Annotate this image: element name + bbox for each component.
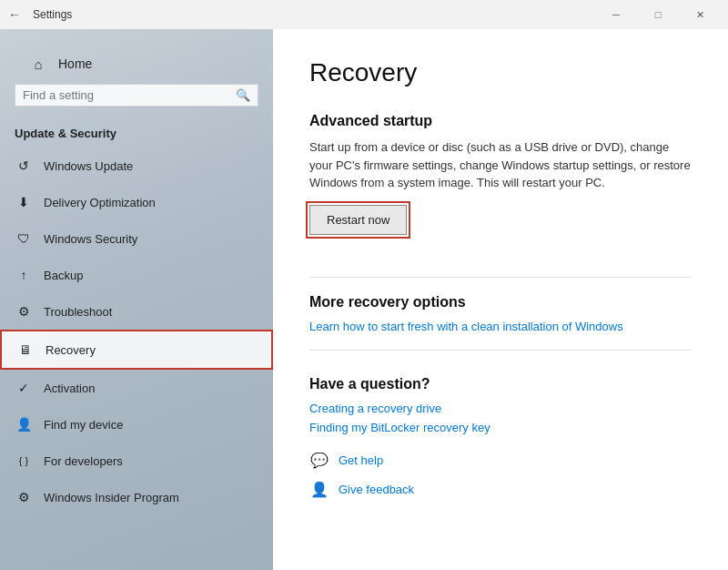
- feedback-section: 💬 Get help 👤 Give feedback: [309, 451, 692, 500]
- have-question-title: Have a question?: [309, 376, 692, 392]
- finding-bitlocker-link[interactable]: Finding my BitLocker recovery key: [309, 421, 692, 434]
- titlebar: ← Settings ─ □ ✕: [0, 0, 728, 29]
- sidebar-label-for-developers: For developers: [44, 454, 123, 468]
- page-title: Recovery: [309, 58, 692, 87]
- sidebar-item-backup[interactable]: ↑ Backup: [0, 257, 273, 293]
- sidebar-item-windows-security[interactable]: 🛡 Windows Security: [0, 220, 273, 257]
- titlebar-left: ← Settings: [7, 7, 72, 22]
- titlebar-controls: ─ □ ✕: [595, 0, 721, 29]
- advanced-startup-desc: Start up from a device or disc (such as …: [309, 138, 692, 192]
- troubleshoot-icon: ⚙: [15, 302, 33, 321]
- find-device-icon: 👤: [15, 415, 33, 433]
- sidebar-label-delivery-optimization: Delivery Optimization: [44, 196, 156, 209]
- have-a-question-section: Have a question? Creating a recovery dri…: [309, 376, 692, 434]
- windows-security-icon: 🛡: [15, 229, 33, 248]
- sidebar-label-find-my-device: Find my device: [44, 418, 123, 432]
- give-feedback-label[interactable]: Give feedback: [339, 483, 414, 496]
- sidebar-item-find-my-device[interactable]: 👤 Find my device: [0, 406, 273, 443]
- give-feedback-item[interactable]: 👤 Give feedback: [309, 480, 692, 500]
- close-button[interactable]: ✕: [679, 0, 721, 29]
- sidebar-label-activation: Activation: [44, 382, 95, 395]
- backup-icon: ↑: [15, 266, 33, 284]
- windows-update-icon: ↺: [15, 157, 33, 175]
- get-help-label[interactable]: Get help: [339, 453, 383, 467]
- main-window: ⌂ Home 🔍 Update & Security ↺ Windows Upd…: [0, 29, 728, 570]
- search-icon: 🔍: [236, 88, 250, 102]
- sidebar-item-activation[interactable]: ✓ Activation: [0, 370, 273, 406]
- delivery-optimization-icon: ⬇: [15, 193, 33, 211]
- sidebar-label-windows-insider: Windows Insider Program: [44, 491, 179, 504]
- sidebar-label-windows-security: Windows Security: [44, 232, 137, 246]
- more-recovery-title: More recovery options: [309, 294, 692, 310]
- sidebar-label-recovery: Recovery: [46, 343, 96, 357]
- sidebar-item-windows-update[interactable]: ↺ Windows Update: [0, 148, 273, 184]
- sidebar: ⌂ Home 🔍 Update & Security ↺ Windows Upd…: [0, 29, 273, 570]
- home-label: Home: [58, 56, 92, 71]
- advanced-startup-title: Advanced startup: [309, 113, 692, 129]
- windows-insider-icon: ⚙: [15, 488, 33, 506]
- sidebar-header: ⌂ Home 🔍: [0, 29, 273, 127]
- get-help-item[interactable]: 💬 Get help: [309, 451, 692, 471]
- sidebar-item-for-developers[interactable]: { } For developers: [0, 443, 273, 479]
- sidebar-section-title: Update & Security: [0, 127, 273, 148]
- developers-icon: { }: [15, 452, 33, 470]
- sidebar-item-delivery-optimization[interactable]: ⬇ Delivery Optimization: [0, 184, 273, 220]
- restart-now-button[interactable]: Restart now: [309, 205, 407, 235]
- search-input[interactable]: [23, 88, 236, 102]
- home-icon: ⌂: [29, 55, 47, 73]
- divider-1: [309, 277, 692, 278]
- search-box[interactable]: 🔍: [15, 84, 258, 107]
- get-help-icon: 💬: [309, 451, 329, 471]
- sidebar-label-windows-update: Windows Update: [44, 159, 133, 173]
- activation-icon: ✓: [15, 379, 33, 397]
- sidebar-item-windows-insider[interactable]: ⚙ Windows Insider Program: [0, 479, 273, 515]
- give-feedback-icon: 👤: [309, 480, 329, 500]
- recovery-icon: 🖥: [16, 341, 35, 359]
- divider-2: [309, 350, 692, 351]
- clean-install-link[interactable]: Learn how to start fresh with a clean in…: [309, 320, 692, 333]
- sidebar-item-recovery[interactable]: 🖥 Recovery: [0, 330, 273, 370]
- restore-button[interactable]: □: [637, 0, 679, 29]
- sidebar-label-troubleshoot: Troubleshoot: [44, 305, 112, 319]
- sidebar-label-backup: Backup: [44, 269, 83, 282]
- back-icon[interactable]: ←: [7, 7, 22, 22]
- minimize-button[interactable]: ─: [595, 0, 637, 29]
- titlebar-title: Settings: [33, 8, 72, 21]
- creating-recovery-drive-link[interactable]: Creating a recovery drive: [309, 402, 692, 415]
- main-content: Recovery Advanced startup Start up from …: [273, 29, 728, 570]
- sidebar-item-troubleshoot[interactable]: ⚙ Troubleshoot: [0, 293, 273, 330]
- sidebar-item-home[interactable]: ⌂ Home: [15, 44, 258, 84]
